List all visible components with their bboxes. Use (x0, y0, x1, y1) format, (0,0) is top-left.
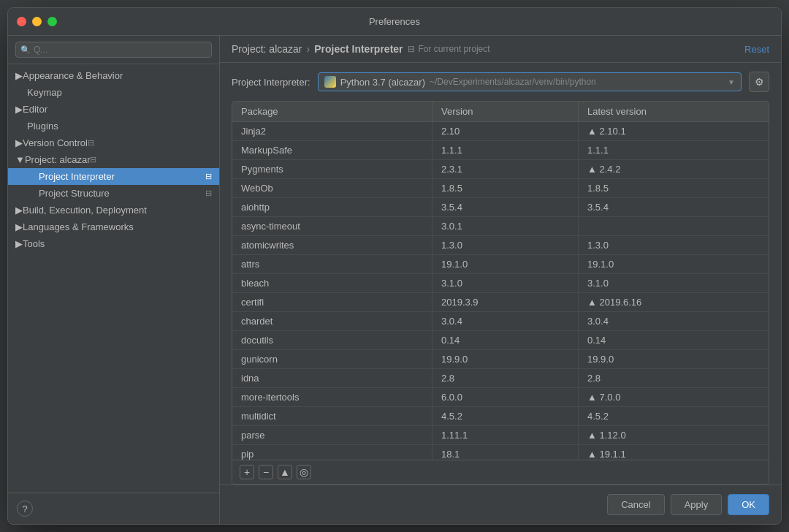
window-title: Preferences (369, 16, 420, 27)
packages-table: Package Version Latest version Jinja22.1… (232, 101, 769, 484)
cell-package: Pygments (232, 160, 432, 178)
table-row[interactable]: aiohttp3.5.43.5.4 (232, 198, 769, 217)
cell-version: 3.0.1 (432, 217, 579, 235)
sidebar-item-project-structure[interactable]: Project Structure ⊟ (8, 185, 219, 202)
table-row[interactable]: idna2.82.8 (232, 369, 769, 388)
table-row[interactable]: pip18.1▲ 19.1.1 (232, 445, 769, 460)
help-button[interactable]: ? (17, 501, 33, 517)
reset-button[interactable]: Reset (744, 44, 769, 55)
table-row[interactable]: certifi2019.3.9▲ 2019.6.16 (232, 293, 769, 312)
col-header-version: Version (432, 102, 579, 121)
cell-version: 2.8 (432, 369, 579, 387)
cell-version: 18.1 (432, 445, 579, 460)
table-row[interactable]: MarkupSafe1.1.11.1.1 (232, 141, 769, 160)
cell-package: attrs (232, 255, 432, 273)
table-row[interactable]: WebOb1.8.51.8.5 (232, 179, 769, 198)
cell-latest-version: 19.1.0 (579, 255, 769, 273)
table-row[interactable]: docutils0.140.14 (232, 331, 769, 350)
cell-latest-version: 3.1.0 (579, 274, 769, 292)
sidebar-item-version-control[interactable]: ▶ Version Control ⊟ (8, 134, 219, 151)
dropdown-arrow-icon: ▼ (728, 78, 735, 86)
interpreter-select[interactable]: Python 3.7 (alcazar) ~/DevExperiments/al… (318, 72, 742, 91)
sidebar-item-project-alcazar[interactable]: ▼ Project: alcazar ⊟ (8, 151, 219, 168)
table-row[interactable]: gunicorn19.9.019.9.0 (232, 350, 769, 369)
interpreter-label: Project Interpreter: (232, 77, 310, 88)
search-input[interactable] (15, 42, 212, 58)
maximize-button[interactable] (47, 17, 57, 26)
sidebar-item-label: Keymap (27, 87, 62, 98)
remove-package-button[interactable]: − (259, 465, 273, 479)
interpreter-row: Project Interpreter: Python 3.7 (alcazar… (220, 63, 781, 101)
sidebar-item-project-interpreter[interactable]: Project Interpreter ⊟ (8, 168, 219, 185)
sidebar-item-editor[interactable]: ▶ Editor (8, 101, 219, 118)
cell-version: 1.3.0 (432, 236, 579, 254)
cell-version: 1.11.1 (432, 426, 579, 444)
table-row[interactable]: Jinja22.10▲ 2.10.1 (232, 122, 769, 141)
cell-package: chardet (232, 312, 432, 330)
sidebar-item-tools[interactable]: ▶ Tools (8, 235, 219, 252)
for-project-text: For current project (419, 44, 490, 54)
cell-latest-version: ▲ 7.0.0 (579, 388, 769, 406)
cell-latest-version: 19.9.0 (579, 350, 769, 368)
cell-version: 1.1.1 (432, 141, 579, 159)
add-package-button[interactable]: + (240, 465, 254, 479)
cancel-button[interactable]: Cancel (607, 494, 664, 515)
sidebar-item-plugins[interactable]: Plugins (8, 118, 219, 134)
interpreter-badge-icon: ⊟ (205, 172, 212, 181)
vcs-badge-icon: ⊟ (88, 138, 94, 148)
cell-package: aiohttp (232, 198, 432, 216)
table-row[interactable]: atomicwrites1.3.01.3.0 (232, 236, 769, 255)
col-header-latest: Latest version (579, 102, 769, 121)
sidebar-item-keymap[interactable]: Keymap (8, 84, 219, 101)
table-row[interactable]: chardet3.0.43.0.4 (232, 312, 769, 331)
cell-package: gunicorn (232, 350, 432, 368)
nav-items: ▶ Appearance & Behavior Keymap ▶ Editor … (8, 64, 219, 493)
table-row[interactable]: bleach3.1.03.1.0 (232, 274, 769, 293)
expand-arrow-icon: ▶ (15, 238, 23, 249)
main-panel: Project: alcazar › Project Interpreter ⊟… (220, 36, 781, 524)
close-button[interactable] (17, 17, 26, 26)
table-row[interactable]: more-itertools6.0.0▲ 7.0.0 (232, 388, 769, 407)
sidebar-item-label: Project Structure (39, 188, 110, 199)
for-project-label: ⊟ For current project (408, 44, 490, 54)
cell-package: multidict (232, 407, 432, 425)
table-row[interactable]: parse1.11.1▲ 1.12.0 (232, 426, 769, 445)
upgrade-package-button[interactable]: ▲ (278, 465, 292, 479)
cell-package: certifi (232, 293, 432, 311)
table-row[interactable]: multidict4.5.24.5.2 (232, 407, 769, 426)
table-row[interactable]: Pygments2.3.1▲ 2.4.2 (232, 160, 769, 179)
sidebar-item-label: Project: alcazar (25, 154, 91, 165)
breadcrumb: Project: alcazar › Project Interpreter ⊟… (232, 43, 490, 55)
sidebar-item-build-execution[interactable]: ▶ Build, Execution, Deployment (8, 202, 219, 218)
show-details-button[interactable]: ◎ (297, 465, 311, 479)
cell-latest-version: 1.1.1 (579, 141, 769, 159)
sidebar-item-languages-frameworks[interactable]: ▶ Languages & Frameworks (8, 218, 219, 235)
apply-button[interactable]: Apply (671, 494, 723, 515)
breadcrumb-separator: › (306, 43, 310, 55)
table-row[interactable]: async-timeout3.0.1 (232, 217, 769, 236)
breadcrumb-current: Project Interpreter (314, 43, 403, 55)
ok-button[interactable]: OK (728, 494, 769, 515)
gear-button[interactable]: ⚙ (749, 72, 769, 92)
cell-version: 3.0.4 (432, 312, 579, 330)
cell-latest-version: ▲ 2019.6.16 (579, 293, 769, 311)
expand-arrow-icon: ▶ (15, 70, 23, 81)
structure-badge-icon: ⊟ (205, 189, 212, 198)
minimize-button[interactable] (32, 17, 42, 26)
expand-arrow-icon: ▶ (15, 221, 23, 232)
table-row[interactable]: attrs19.1.019.1.0 (232, 255, 769, 274)
cell-version: 3.1.0 (432, 274, 579, 292)
project-scope-icon: ⊟ (408, 44, 415, 54)
cell-latest-version: ▲ 2.10.1 (579, 122, 769, 140)
cell-version: 0.14 (432, 331, 579, 349)
sidebar-item-label: Version Control (23, 137, 88, 148)
cell-latest-version (579, 217, 769, 235)
cell-package: pip (232, 445, 432, 460)
sidebar-item-appearance[interactable]: ▶ Appearance & Behavior (8, 67, 219, 84)
cell-package: parse (232, 426, 432, 444)
cell-version: 19.9.0 (432, 350, 579, 368)
cell-version: 3.5.4 (432, 198, 579, 216)
expand-arrow-icon: ▼ (15, 154, 25, 165)
search-box: 🔍 (8, 36, 219, 64)
cell-package: docutils (232, 331, 432, 349)
